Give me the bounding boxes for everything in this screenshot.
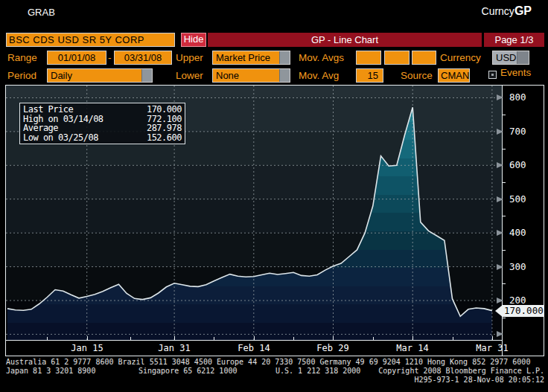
legend-label: Average	[23, 123, 58, 133]
y-axis-minor-tick	[502, 149, 506, 150]
range-label: Range	[7, 51, 37, 65]
x-axis-minor-tick	[373, 337, 374, 340]
chart-legend: Last Price170.000 High on 03/14/08772.10…	[19, 103, 185, 144]
x-axis-tick	[174, 336, 175, 340]
x-axis-label: Mar 31	[474, 343, 510, 353]
x-axis-label: Jan 31	[156, 343, 192, 353]
upper-dropdown[interactable]: Market Price	[212, 51, 290, 65]
chart-frame: Last Price170.000 High on 03/14/08772.10…	[5, 85, 544, 356]
x-axis-label: Mar 14	[395, 343, 430, 353]
range-separator: -	[108, 51, 112, 65]
x-axis-tick	[87, 336, 88, 340]
x-axis-minor-tick	[293, 337, 294, 340]
function-name: CurncyGP	[482, 4, 532, 18]
x-axis-label: Jan 15	[69, 343, 105, 353]
checkbox-dot-icon	[491, 74, 494, 76]
legend-value: 287.978	[147, 123, 182, 133]
x-axis-minor-tick	[453, 337, 453, 340]
gridline-arrow-icon	[497, 94, 503, 100]
y-axis-label: 700	[509, 126, 547, 137]
dropdown-handle-icon[interactable]	[517, 51, 529, 64]
y-axis-minor-tick	[502, 318, 506, 318]
upper-value: Market Price	[216, 52, 270, 63]
x-axis-label: Feb 14	[236, 343, 272, 353]
last-price-tag: 170.000	[495, 305, 544, 317]
gridline-arrow-icon	[497, 264, 503, 270]
footer-us: U.S. 1 212 318 2000	[275, 367, 360, 375]
legend-label: Last Price	[23, 105, 73, 115]
footer-phone-line: Australia 61 2 9777 8600 Brazil 5511 304…	[6, 358, 530, 366]
x-axis-label: Feb 29	[315, 343, 351, 353]
security-ticker-input[interactable]: BSC CDS USD SR 5Y CORP	[6, 33, 175, 47]
source-label: Source	[401, 68, 433, 83]
lower-value: None	[216, 70, 239, 81]
mov-avg-input-2[interactable]	[384, 51, 410, 65]
y-axis-label: 300	[509, 261, 547, 272]
source-input[interactable]: CMAN	[438, 68, 470, 83]
footer-japan: Japan 81 3 3201 8900	[6, 367, 95, 375]
x-axis-minor-tick	[130, 337, 131, 340]
lower-label: Lower	[176, 68, 203, 83]
page-indicator[interactable]: Page 1/3	[484, 33, 544, 47]
y-axis-minor-tick	[502, 250, 506, 251]
y-axis-label: 200	[509, 295, 547, 306]
mov-avgs-label: Mov. Avgs	[299, 51, 344, 65]
legend-value: 170.000	[147, 105, 182, 115]
footer-singapore: Singapore 65 6212 1000	[138, 367, 237, 375]
terminal-command-text: GRAB	[28, 7, 55, 18]
dropdown-handle-icon[interactable]	[279, 51, 290, 64]
y-axis-label: 600	[509, 159, 547, 170]
dropdown-handle-icon[interactable]	[141, 69, 152, 82]
y-axis-minor-tick	[502, 216, 506, 216]
mov-avg-input-1[interactable]	[356, 51, 381, 65]
y-axis-label: 800	[509, 91, 547, 103]
dropdown-handle-icon[interactable]	[279, 69, 290, 82]
legend-row: Low on 03/25/08152.600	[23, 133, 182, 143]
gridline-arrow-icon	[497, 331, 503, 337]
footer-session-id: H295-973-1 28-Nov-08 20:05:12	[414, 376, 544, 384]
currency-dropdown[interactable]: USD	[492, 51, 529, 65]
gridline-arrow-icon	[497, 298, 503, 303]
period-label: Period	[7, 68, 36, 83]
events-checkbox[interactable]	[488, 71, 497, 79]
x-axis-tick	[333, 336, 334, 340]
y-axis-minor-tick	[502, 115, 506, 115]
x-axis-tick	[254, 336, 255, 340]
y-axis-minor-tick	[502, 283, 506, 284]
x-axis-tick	[412, 336, 413, 340]
events-label: Events	[500, 65, 531, 80]
gridline-arrow-icon	[497, 129, 503, 135]
gridline-arrow-icon	[497, 196, 503, 202]
legend-row: Average287.978	[23, 123, 182, 133]
mov-avg-period-input[interactable]: 15	[356, 68, 383, 83]
gridline-arrow-icon	[497, 230, 503, 236]
period-dropdown[interactable]: Daily	[47, 68, 153, 83]
range-to-input[interactable]: 03/31/08	[114, 51, 172, 65]
y-axis-label: 500	[509, 193, 547, 205]
currency-label: Currency	[440, 51, 481, 65]
hide-button[interactable]: Hide	[181, 33, 206, 47]
x-axis-tick	[492, 336, 493, 340]
mov-avg-label: Mov. Avg	[299, 68, 339, 83]
legend-label: Low on 03/25/08	[23, 133, 98, 143]
range-from-input[interactable]: 01/01/08	[47, 51, 106, 65]
period-value: Daily	[51, 70, 72, 81]
gridline-arrow-icon	[497, 162, 503, 168]
brand-prefix: Curncy	[482, 5, 514, 17]
x-axis-minor-tick	[47, 337, 48, 340]
chart-overlay: Last Price170.000 High on 03/14/08772.10…	[6, 86, 544, 356]
legend-row: Last Price170.000	[23, 105, 182, 115]
brand-suffix: GP	[514, 4, 532, 17]
footer-copyright: Copyright 2008 Bloomberg Finance L.P.	[378, 367, 544, 375]
x-axis-minor-tick	[214, 337, 214, 340]
mov-avg-input-3[interactable]	[412, 51, 436, 65]
chart-title-bar: GP - Line Chart	[208, 33, 482, 47]
y-axis-minor-tick	[502, 182, 506, 183]
legend-value: 152.600	[147, 133, 182, 143]
upper-label: Upper	[176, 51, 203, 65]
currency-value: USD	[496, 52, 516, 63]
y-axis-label: 400	[509, 227, 547, 238]
lower-dropdown[interactable]: None	[212, 68, 290, 83]
